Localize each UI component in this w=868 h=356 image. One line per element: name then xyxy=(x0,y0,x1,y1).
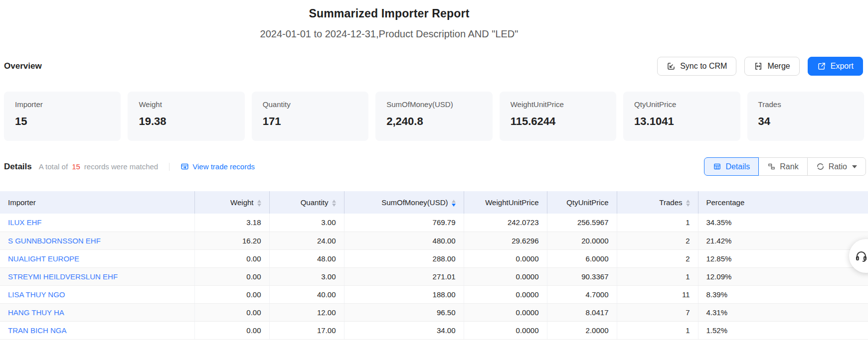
matched-count: 15 xyxy=(72,162,80,171)
stat-card-weight: Weight19.38 xyxy=(128,92,244,141)
cell-importer: ILUX EHF xyxy=(0,214,194,232)
cell-sumofmoney-usd: 34.00 xyxy=(344,321,464,339)
stat-card-weightunitprice: WeightUnitPrice115.6244 xyxy=(500,92,616,141)
table-row: ILUX EHF3.183.00769.79242.0723256.596713… xyxy=(0,214,868,232)
stats-row: Importer15Weight19.38Quantity171SumOfMon… xyxy=(0,92,868,141)
sort-icons xyxy=(257,200,261,207)
column-label: Trades xyxy=(659,198,682,207)
cell-quantity: 3.00 xyxy=(269,214,344,232)
tab-details[interactable]: Details xyxy=(704,157,759,176)
sort-asc-icon xyxy=(332,200,336,203)
importer-link[interactable]: HANG THUY HA xyxy=(8,308,64,317)
column-header-weight[interactable]: Weight xyxy=(194,191,269,214)
cell-weight: 0.00 xyxy=(194,267,269,285)
column-header-trades[interactable]: Trades xyxy=(617,191,698,214)
cell-percentage: 4.31% xyxy=(698,303,868,321)
headset-icon xyxy=(855,249,868,263)
sort-asc-icon xyxy=(452,200,456,203)
cell-percentage: 8.39% xyxy=(698,285,868,303)
tab-details-label: Details xyxy=(725,162,750,171)
export-label: Export xyxy=(831,62,854,71)
cell-weightunitprice: 0.0000 xyxy=(464,285,547,303)
column-header-quantity[interactable]: Quantity xyxy=(269,191,344,214)
ratio-refresh-icon xyxy=(816,162,825,171)
cell-weightunitprice: 0.0000 xyxy=(464,267,547,285)
stat-card-quantity: Quantity171 xyxy=(252,92,368,141)
importer-table: ImporterWeightQuantitySumOfMoney(USD)Wei… xyxy=(0,191,868,340)
export-icon xyxy=(817,62,826,71)
cell-sumofmoney-usd: 769.79 xyxy=(344,214,464,232)
stat-card-sumofmoney-usd: SumOfMoney(USD)2,240.8 xyxy=(375,92,492,141)
sync-to-crm-button[interactable]: Sync to CRM xyxy=(657,57,736,76)
importer-table-wrap: ImporterWeightQuantitySumOfMoney(USD)Wei… xyxy=(0,191,868,340)
cell-weightunitprice: 29.6296 xyxy=(464,232,547,249)
view-switcher: Details Rank Ratio xyxy=(704,157,866,176)
table-row: S GUNNBJORNSSON EHF16.2024.00480.0029.62… xyxy=(0,232,868,249)
importer-link[interactable]: ILUX EHF xyxy=(8,218,42,227)
sort-desc-icon xyxy=(452,204,456,207)
cell-weight: 0.00 xyxy=(194,285,269,303)
column-label: QtyUnitPrice xyxy=(566,198,608,207)
sort-desc-icon xyxy=(686,204,690,207)
column-header-percentage: Percentage xyxy=(698,191,868,214)
cell-quantity: 40.00 xyxy=(269,285,344,303)
cell-quantity: 24.00 xyxy=(269,232,344,249)
cell-trades: 7 xyxy=(617,303,698,321)
importer-link[interactable]: LISA THUY NGO xyxy=(8,290,65,299)
cell-importer: LISA THUY NGO xyxy=(0,285,194,303)
cell-trades: 1 xyxy=(617,267,698,285)
tab-ratio-label: Ratio xyxy=(829,162,847,171)
cell-weightunitprice: 0.0000 xyxy=(464,249,547,267)
merge-icon xyxy=(754,62,763,71)
cell-sumofmoney-usd: 96.50 xyxy=(344,303,464,321)
column-label: Importer xyxy=(8,198,36,207)
cell-trades: 1 xyxy=(617,321,698,339)
details-heading: Details xyxy=(4,162,32,172)
cell-weight: 3.18 xyxy=(194,214,269,232)
rank-icon xyxy=(767,162,776,171)
stat-value: 34 xyxy=(758,115,853,128)
column-header-importer: Importer xyxy=(0,191,194,214)
stat-label: Weight xyxy=(139,100,233,109)
report-header: Summarized Importer Report 2024-01-01 to… xyxy=(0,0,778,40)
cell-trades: 2 xyxy=(617,232,698,249)
sort-desc-icon xyxy=(257,204,261,207)
cell-qtyunitprice: 90.3367 xyxy=(547,267,617,285)
table-row: HANG THUY HA0.0012.0096.500.00008.041774… xyxy=(0,303,868,321)
table-row: NUALIGHT EUROPE0.0048.00288.000.00006.00… xyxy=(0,249,868,267)
cell-importer: S GUNNBJORNSSON EHF xyxy=(0,232,194,249)
cell-weight: 16.20 xyxy=(194,232,269,249)
merge-button[interactable]: Merge xyxy=(744,57,799,76)
importer-link[interactable]: TRAN BICH NGA xyxy=(8,326,67,335)
cell-importer: HANG THUY HA xyxy=(0,303,194,321)
stat-value: 115.6244 xyxy=(511,115,605,128)
stat-label: WeightUnitPrice xyxy=(511,100,605,109)
stat-card-qtyunitprice: QtyUnitPrice13.1041 xyxy=(623,92,740,141)
table-row: STREYMI HEILDVERSLUN EHF0.003.00271.010.… xyxy=(0,267,868,285)
tab-rank[interactable]: Rank xyxy=(758,157,807,176)
importer-link[interactable]: NUALIGHT EUROPE xyxy=(8,254,79,263)
overview-heading: Overview xyxy=(4,61,42,71)
column-header-sumofmoney-usd[interactable]: SumOfMoney(USD) xyxy=(344,191,464,214)
stat-card-trades: Trades34 xyxy=(747,92,864,141)
column-label: SumOfMoney(USD) xyxy=(381,198,448,207)
view-trade-records-label: View trade records xyxy=(192,162,255,171)
cell-sumofmoney-usd: 271.01 xyxy=(344,267,464,285)
export-button[interactable]: Export xyxy=(808,57,863,76)
tab-ratio[interactable]: Ratio xyxy=(807,157,866,176)
stat-value: 19.38 xyxy=(139,115,233,128)
importer-link[interactable]: STREYMI HEILDVERSLUN EHF xyxy=(8,272,118,281)
stat-value: 2,240.8 xyxy=(386,115,481,128)
sort-icons xyxy=(332,200,336,207)
importer-link[interactable]: S GUNNBJORNSSON EHF xyxy=(8,237,101,245)
stat-value: 13.1041 xyxy=(634,115,729,128)
chevron-down-icon xyxy=(852,165,857,171)
cell-trades: 11 xyxy=(617,285,698,303)
cell-trades: 1 xyxy=(617,214,698,232)
cell-qtyunitprice: 20.0000 xyxy=(547,232,617,249)
cell-sumofmoney-usd: 480.00 xyxy=(344,232,464,249)
cell-quantity: 3.00 xyxy=(269,267,344,285)
overview-toolbar: Overview Sync to CRM Merge xyxy=(0,57,868,76)
stat-label: Trades xyxy=(758,100,853,109)
view-trade-records-link[interactable]: View trade records xyxy=(180,162,255,171)
